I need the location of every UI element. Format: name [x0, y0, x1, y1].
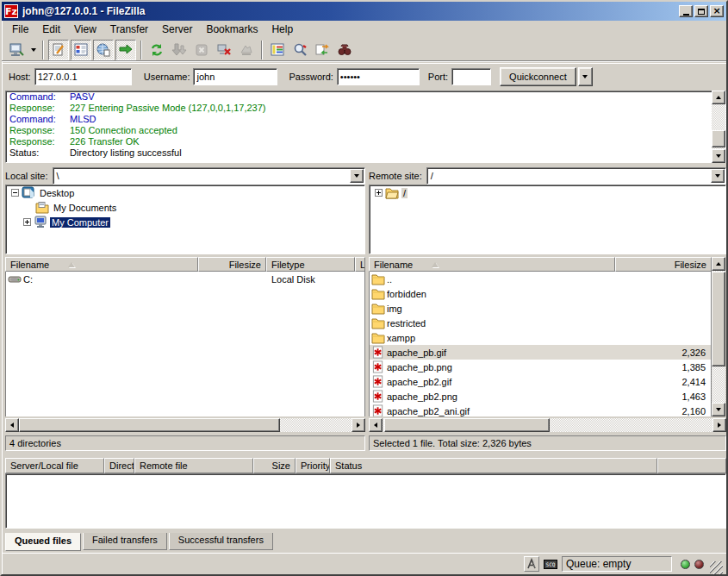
- port-input[interactable]: [451, 68, 491, 85]
- local-file-row[interactable]: C: Local Disk: [6, 272, 364, 286]
- collapse-icon[interactable]: [11, 189, 19, 197]
- scroll-up-button[interactable]: [712, 91, 725, 104]
- scroll-thumb[interactable]: [712, 272, 725, 366]
- scroll-down-button[interactable]: [712, 149, 725, 163]
- toggle-transfer-queue-button[interactable]: [115, 40, 136, 60]
- drive-icon: [8, 272, 22, 285]
- remote-file-row[interactable]: apache_pb.png 1,385: [370, 360, 711, 374]
- find-button[interactable]: [334, 40, 355, 60]
- remote-status-text: Selected 1 file. Total size: 2,326 bytes: [369, 435, 726, 451]
- scroll-thumb[interactable]: [384, 418, 550, 432]
- local-site-value: \: [57, 171, 59, 181]
- tab-queued-files[interactable]: Queued files: [5, 533, 81, 551]
- remote-file-row[interactable]: img: [370, 301, 711, 316]
- column-header-status[interactable]: Status: [330, 458, 657, 473]
- filter-icon: [270, 42, 285, 58]
- column-header-size[interactable]: Size: [253, 458, 296, 473]
- password-input[interactable]: [337, 68, 420, 85]
- folder-icon: [371, 287, 385, 300]
- menu-edit[interactable]: Edit: [35, 22, 67, 37]
- remote-file-row[interactable]: apache_pb2_ani.gif 2,160: [370, 404, 711, 416]
- remote-list-scrollbar: [712, 257, 726, 416]
- sync-browse-button[interactable]: [312, 40, 333, 60]
- remote-file-row[interactable]: apache_pb2.gif 2,414: [370, 374, 711, 389]
- cancel-button[interactable]: [191, 40, 212, 60]
- menu-file[interactable]: File: [5, 22, 35, 37]
- remote-file-row[interactable]: ..: [370, 272, 711, 286]
- folder-icon: [371, 316, 385, 329]
- toggle-local-tree-button[interactable]: [71, 40, 91, 60]
- remote-file-row[interactable]: xampp: [370, 330, 711, 345]
- scroll-right-button[interactable]: [712, 418, 726, 432]
- scroll-right-icon: [718, 423, 721, 428]
- combo-dropdown-button[interactable]: [711, 169, 725, 183]
- site-manager-button[interactable]: [6, 40, 27, 60]
- speed-limit-button[interactable]: SCQ: [543, 556, 558, 572]
- refresh-button[interactable]: [146, 40, 167, 60]
- column-header-filename[interactable]: Filename: [369, 257, 615, 272]
- column-header-filesize[interactable]: Filesize: [615, 257, 712, 272]
- data-type-button[interactable]: [524, 556, 539, 572]
- tab-successful-transfers[interactable]: Successful transfers: [169, 533, 273, 550]
- local-site-row: Local site: \: [5, 167, 365, 185]
- tree-item-root[interactable]: /: [370, 185, 725, 200]
- close-button[interactable]: ×: [710, 5, 724, 17]
- remote-file-row[interactable]: restricted: [370, 316, 711, 330]
- local-site-combo[interactable]: \: [53, 167, 365, 185]
- local-treeview-icon: [73, 42, 89, 58]
- minimize-icon: [683, 14, 689, 16]
- column-header-last-modified[interactable]: L: [355, 257, 365, 272]
- message-log: Command:PASV Response:227 Entering Passi…: [5, 91, 726, 163]
- scroll-up-button[interactable]: [712, 257, 725, 271]
- remote-file-row[interactable]: forbidden: [370, 286, 711, 301]
- tree-item-my-computer[interactable]: My Computer: [6, 215, 364, 229]
- expand-icon[interactable]: [375, 189, 383, 197]
- process-queue-button[interactable]: [169, 40, 190, 60]
- scroll-left-button[interactable]: [5, 418, 19, 432]
- disconnect-button[interactable]: [214, 40, 234, 60]
- menu-bookmarks[interactable]: Bookmarks: [199, 22, 264, 37]
- column-header-filename[interactable]: Filename: [5, 257, 198, 272]
- tab-failed-transfers[interactable]: Failed transfers: [83, 533, 167, 550]
- toggle-message-log-button[interactable]: [48, 40, 69, 60]
- toggle-remote-tree-button[interactable]: [93, 40, 114, 60]
- queue-list[interactable]: [5, 473, 726, 529]
- column-header-filetype[interactable]: Filetype: [266, 257, 355, 272]
- quickconnect-dropdown[interactable]: [578, 67, 593, 86]
- column-header-filesize[interactable]: Filesize: [198, 257, 266, 272]
- column-header-priority[interactable]: Priority: [296, 458, 330, 473]
- site-manager-dropdown[interactable]: [28, 40, 39, 60]
- filter-button[interactable]: [267, 40, 288, 60]
- resize-grip[interactable]: [710, 561, 723, 574]
- reconnect-button[interactable]: [236, 40, 257, 60]
- menu-help[interactable]: Help: [264, 22, 300, 37]
- expand-icon[interactable]: [23, 218, 31, 226]
- column-header-server-local-file[interactable]: Server/Local file: [5, 458, 104, 473]
- transfer-queue-icon: [118, 42, 134, 58]
- column-header-direction[interactable]: Directi...: [104, 458, 134, 473]
- minimize-button[interactable]: [679, 5, 693, 17]
- scroll-left-icon: [374, 423, 377, 428]
- scroll-down-button[interactable]: [712, 403, 725, 416]
- compare-button[interactable]: [289, 40, 310, 60]
- scroll-right-button[interactable]: [352, 418, 365, 432]
- remote-file-row[interactable]: apache_pb2.png 1,463: [370, 389, 711, 404]
- username-input[interactable]: [193, 68, 277, 85]
- image-file-icon: [371, 404, 385, 416]
- menu-transfer[interactable]: Transfer: [103, 22, 155, 37]
- tree-item-desktop[interactable]: Desktop: [6, 185, 364, 200]
- menu-view[interactable]: View: [67, 22, 103, 37]
- remote-site-combo[interactable]: /: [426, 167, 726, 185]
- combo-dropdown-button[interactable]: [350, 169, 364, 183]
- scroll-thumb[interactable]: [712, 130, 725, 147]
- host-input[interactable]: [34, 68, 132, 85]
- quickconnect-button[interactable]: Quickconnect: [500, 67, 576, 86]
- maximize-button[interactable]: [694, 5, 708, 17]
- menu-server[interactable]: Server: [155, 22, 199, 37]
- log-line: Response:150 Connection accepted: [6, 125, 725, 136]
- tree-item-my-documents[interactable]: My Documents: [6, 200, 364, 215]
- scroll-thumb[interactable]: [19, 418, 280, 432]
- column-header-remote-file[interactable]: Remote file: [134, 458, 253, 473]
- remote-file-row-selected[interactable]: apache_pb.gif 2,326: [370, 345, 711, 360]
- scroll-left-button[interactable]: [369, 418, 383, 432]
